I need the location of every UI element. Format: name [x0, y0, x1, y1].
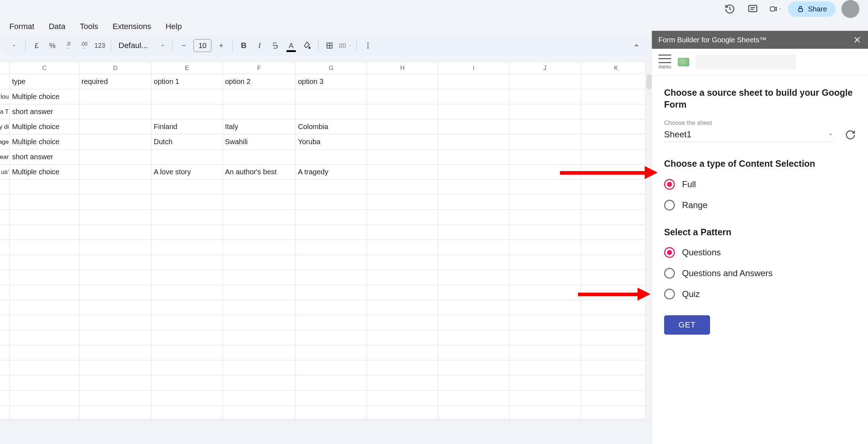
cell[interactable] [10, 240, 79, 255]
cell[interactable] [509, 406, 580, 420]
cell[interactable] [79, 315, 151, 330]
decrease-font-button[interactable] [176, 38, 191, 53]
refresh-icon[interactable] [845, 129, 856, 140]
cell[interactable] [10, 300, 79, 315]
cell[interactable] [581, 119, 652, 134]
cell[interactable] [79, 104, 151, 119]
pattern-option-questions-and-answers[interactable]: Questions and Answers [664, 268, 856, 279]
partial-col[interactable] [0, 210, 10, 225]
cell[interactable] [151, 195, 223, 209]
cell[interactable]: A tragedy [296, 165, 367, 179]
cell[interactable] [296, 300, 367, 315]
partial-col[interactable] [0, 406, 10, 420]
font-size-input[interactable]: 10 [193, 39, 211, 52]
partial-col[interactable] [0, 391, 10, 405]
cell[interactable] [367, 315, 438, 330]
cell[interactable]: Yoruba [296, 134, 367, 149]
partial-col[interactable] [0, 315, 10, 330]
cell[interactable] [367, 150, 438, 164]
cell[interactable] [223, 345, 296, 360]
decrease-decimal-button[interactable]: .0 ← [61, 38, 76, 53]
cell[interactable] [509, 345, 580, 360]
cell[interactable] [367, 375, 438, 390]
cell[interactable] [581, 150, 652, 164]
cell[interactable] [296, 240, 367, 255]
cell[interactable] [79, 360, 151, 375]
cell[interactable] [10, 315, 79, 330]
cell[interactable] [151, 150, 223, 164]
cell[interactable] [296, 406, 367, 420]
cell[interactable] [581, 345, 652, 360]
cell[interactable] [438, 119, 509, 134]
cell[interactable] [367, 255, 438, 270]
more-toolbar-dropdown[interactable] [6, 38, 22, 53]
increase-decimal-button[interactable]: .00 → [76, 38, 92, 53]
cell[interactable] [79, 150, 151, 164]
cell[interactable] [151, 285, 223, 300]
cell[interactable]: option 3 [296, 74, 367, 89]
partial-col[interactable] [0, 74, 10, 89]
cell[interactable] [223, 300, 296, 315]
cell[interactable] [223, 150, 296, 164]
vertical-scrollbar[interactable] [645, 62, 652, 418]
partial-col[interactable] [0, 195, 10, 209]
cell[interactable] [79, 195, 151, 209]
partial-col[interactable] [0, 360, 10, 375]
content-option-full[interactable]: Full [664, 179, 856, 190]
cell[interactable] [79, 89, 151, 104]
cell[interactable] [10, 210, 79, 225]
cell[interactable] [151, 104, 223, 119]
partial-col[interactable]: lou [0, 89, 10, 104]
cell[interactable] [367, 119, 438, 134]
currency-button[interactable]: £ [29, 38, 44, 53]
cell[interactable] [581, 89, 652, 104]
cell[interactable] [367, 360, 438, 375]
cell[interactable] [79, 375, 151, 390]
cell[interactable] [438, 345, 509, 360]
col-header-C[interactable]: C [10, 62, 79, 74]
cell[interactable] [151, 255, 223, 270]
partial-col[interactable] [0, 225, 10, 240]
cell[interactable] [509, 360, 580, 375]
cell[interactable] [581, 315, 652, 330]
cell[interactable] [10, 180, 79, 194]
fill-color-button[interactable] [299, 38, 314, 53]
cell[interactable] [79, 345, 151, 360]
cell[interactable] [367, 89, 438, 104]
cell[interactable] [79, 406, 151, 420]
cell[interactable] [10, 330, 79, 345]
cell[interactable] [438, 134, 509, 149]
cell[interactable] [367, 345, 438, 360]
cell[interactable] [223, 330, 296, 345]
cell[interactable] [151, 375, 223, 390]
cell[interactable] [79, 165, 151, 179]
cell[interactable] [438, 406, 509, 420]
strikethrough-button[interactable] [268, 38, 283, 53]
cell[interactable] [438, 391, 509, 405]
cell[interactable] [223, 255, 296, 270]
menu-data[interactable]: Data [46, 20, 68, 33]
cell[interactable] [367, 104, 438, 119]
more-options-button[interactable] [360, 38, 375, 53]
cell[interactable] [151, 89, 223, 104]
cell[interactable] [296, 360, 367, 375]
partial-col[interactable] [0, 255, 10, 270]
col-header-D[interactable]: D [79, 62, 151, 74]
cell[interactable]: Multiple choice [10, 134, 79, 149]
cell[interactable] [79, 240, 151, 255]
cell[interactable] [367, 300, 438, 315]
collapse-toolbar-button[interactable] [629, 38, 644, 53]
pattern-option-questions[interactable]: Questions [664, 247, 856, 258]
cell[interactable] [223, 285, 296, 300]
cell[interactable] [509, 210, 580, 225]
cell[interactable] [367, 285, 438, 300]
cell[interactable] [581, 195, 652, 209]
comment-icon[interactable] [746, 3, 759, 15]
cell[interactable] [581, 300, 652, 315]
partial-col[interactable] [0, 345, 10, 360]
merge-cells-button[interactable] [338, 38, 353, 53]
menu-help[interactable]: Help [163, 20, 185, 33]
cell[interactable]: A love story [151, 165, 223, 179]
cell[interactable] [151, 330, 223, 345]
col-header-K[interactable]: K [581, 62, 652, 74]
